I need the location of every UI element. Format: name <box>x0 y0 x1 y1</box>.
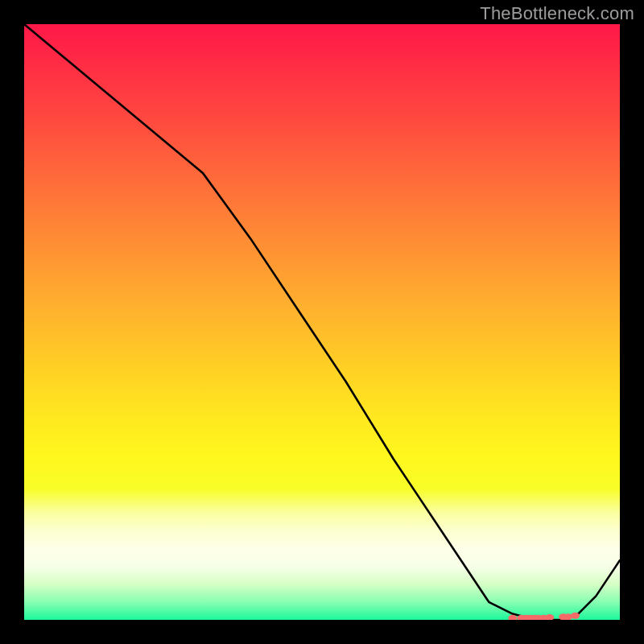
chart-svg <box>24 24 620 620</box>
chart-container: TheBottleneck.com <box>0 0 644 644</box>
attribution-label: TheBottleneck.com <box>480 3 634 24</box>
plot-area <box>24 24 620 620</box>
optimal-marker <box>571 613 580 619</box>
bottleneck-curve-line <box>24 24 620 620</box>
marker-group <box>508 613 580 620</box>
optimal-marker <box>545 614 554 620</box>
